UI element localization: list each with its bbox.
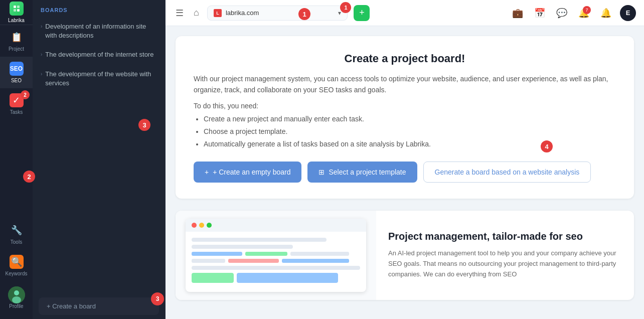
create-empty-icon: +	[205, 168, 209, 176]
board-item-label-0: Development of an information site with …	[45, 22, 157, 40]
generate-board-button[interactable]: Generate a board based on a website anal…	[423, 162, 591, 183]
mock-cell-3	[290, 252, 350, 256]
notification-badge: 7	[583, 6, 591, 14]
board-item-label-1: The development of the internet store	[45, 50, 153, 59]
main-content: Create a project board! With our project…	[166, 26, 644, 319]
list-item-2: Automatically generate a list of tasks b…	[204, 139, 616, 149]
promo-text: Project management, tailor-made for seo …	[388, 211, 634, 300]
chevron-icon-2: ›	[41, 71, 42, 78]
tasks-label: Tasks	[10, 109, 23, 115]
sidebar-item-seo[interactable]: SEO SEO	[0, 57, 33, 88]
mock-cell-2	[245, 252, 287, 256]
boards-list: › Development of an information site wit…	[33, 17, 165, 293]
svg-point-5	[14, 290, 19, 295]
profile-avatar	[8, 286, 25, 303]
chevron-icon-1: ›	[41, 51, 42, 58]
tasks-badge: 2	[21, 90, 30, 99]
board-item-1[interactable]: › The development of the internet store	[33, 45, 165, 64]
select-template-button[interactable]: ⊞ Select a project template	[307, 162, 417, 183]
sidebar-item-tasks[interactable]: ✓ Tasks 2	[0, 88, 33, 120]
dot-green	[207, 223, 212, 228]
svg-rect-2	[14, 9, 16, 12]
seo-label: SEO	[11, 78, 22, 83]
create-board-button[interactable]: + Create a board 3	[39, 297, 159, 315]
main-area: ☰ ⌂ L labrika.com 1 ▾ + 💼 📅 💬 🔔 7 🔔 E Cr…	[166, 0, 644, 319]
list-item-1: Choose a project template.	[204, 126, 616, 137]
boards-panel: BOARDS › Development of an information s…	[33, 0, 166, 319]
mock-cell-5	[228, 259, 279, 263]
promo-description: An AI-led project management tool to hel…	[388, 248, 622, 279]
mock-content	[186, 232, 366, 292]
mock-row-2	[192, 259, 360, 263]
svg-rect-0	[14, 6, 16, 8]
card-todo-label: To do this, you need:	[194, 102, 616, 110]
mock-cell-4	[192, 259, 225, 263]
briefcase-icon[interactable]: 💼	[510, 5, 526, 21]
svg-rect-3	[17, 9, 20, 12]
sidebar-item-project[interactable]: 📋 Project	[0, 25, 33, 57]
keywords-label: Keywords	[6, 271, 28, 276]
chevron-icon-0: ›	[41, 23, 42, 30]
add-button[interactable]: +	[354, 5, 370, 21]
dot-red	[192, 223, 197, 228]
board-item-2[interactable]: › The development of the website with se…	[33, 65, 165, 93]
profile-item[interactable]: Profile	[0, 281, 33, 314]
board-item-label-2: The development of the website with serv…	[45, 70, 157, 88]
boards-header: BOARDS	[33, 0, 165, 17]
create-board-card: Create a project board! With our project…	[176, 36, 634, 199]
mock-cell-6	[282, 259, 349, 263]
template-icon: ⊞	[318, 168, 325, 176]
card-actions: + + Create an empty board ⊞ Select a pro…	[194, 162, 616, 183]
notification-icon[interactable]: 🔔 7	[576, 5, 592, 21]
board-item-0[interactable]: › Development of an information site wit…	[33, 17, 165, 45]
url-bar[interactable]: L labrika.com 1 ▾	[207, 6, 348, 21]
mock-line-3	[192, 266, 360, 270]
card-description: With our project management system, you …	[194, 73, 616, 96]
tools-icon: 🔧	[10, 223, 24, 237]
promo-title: Project management, tailor-made for seo	[388, 231, 622, 242]
project-icon: 📋	[10, 30, 24, 44]
topbar: ☰ ⌂ L labrika.com 1 ▾ + 💼 📅 💬 🔔 7 🔔 E	[166, 0, 644, 26]
card-title: Create a project board!	[194, 52, 616, 65]
logo-area: Labrika	[0, 0, 33, 25]
keywords-icon: 🔍	[10, 255, 24, 269]
mock-cell-8	[237, 273, 338, 283]
chat-icon[interactable]: 💬	[554, 5, 570, 21]
svg-rect-1	[17, 6, 20, 8]
sidebar-item-tools[interactable]: 🔧 Tools	[0, 218, 33, 250]
mock-browser	[186, 219, 366, 292]
sidebar-item-keywords[interactable]: 🔍 Keywords	[0, 250, 33, 281]
home-button[interactable]: ⌂	[192, 6, 201, 20]
select-template-label: Select a project template	[329, 168, 406, 176]
mock-line-2	[192, 245, 293, 249]
url-favicon: L	[214, 9, 222, 17]
logo-icon	[10, 2, 24, 16]
url-text: labrika.com	[226, 9, 335, 17]
create-board-badge: 3	[151, 292, 164, 305]
dot-yellow	[199, 223, 204, 228]
mock-row-3	[192, 273, 360, 283]
url-badge: 1	[340, 2, 351, 13]
hamburger-button[interactable]: ☰	[174, 6, 186, 21]
mock-row-1	[192, 252, 360, 256]
promo-card: Project management, tailor-made for seo …	[176, 211, 634, 300]
mock-cell-1	[192, 252, 242, 256]
app-logo-label: Labrika	[8, 18, 25, 23]
bell-icon[interactable]: 🔔	[598, 5, 614, 21]
project-label: Project	[9, 46, 24, 52]
mock-cell-7	[192, 273, 234, 283]
list-item-0: Create a new project and manually enter …	[204, 114, 616, 124]
generate-label: Generate a board based on a website anal…	[435, 168, 580, 176]
calendar-icon[interactable]: 📅	[532, 5, 548, 21]
tools-label: Tools	[11, 239, 22, 245]
create-board-label: + Create a board	[47, 302, 96, 310]
create-empty-label: + Create an empty board	[213, 168, 290, 176]
sidebar-icons: Labrika 📋 Project SEO SEO ✓ Tasks 2 🔧 To…	[0, 0, 33, 319]
create-empty-board-button[interactable]: + + Create an empty board	[194, 162, 301, 183]
mock-line-1	[192, 238, 327, 242]
seo-icon: SEO	[10, 62, 24, 76]
user-avatar-top[interactable]: E	[620, 5, 636, 21]
mock-browser-bar	[186, 219, 366, 232]
svg-point-6	[12, 296, 21, 303]
card-list: Create a new project and manually enter …	[204, 114, 616, 149]
